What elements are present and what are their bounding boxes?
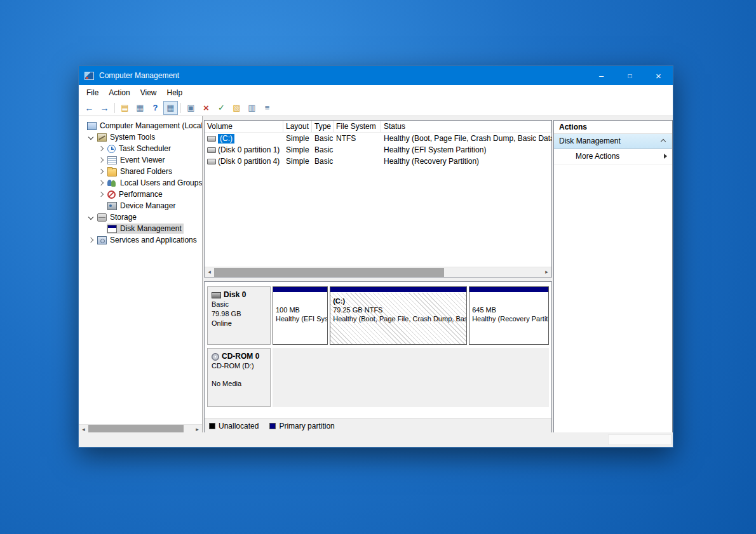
- show-console-tree-button[interactable]: ▦: [133, 101, 147, 115]
- column-header-volume[interactable]: Volume: [205, 121, 283, 132]
- services-icon: [97, 236, 107, 244]
- tree-item-event-viewer[interactable]: Event Viewer: [79, 154, 202, 166]
- scroll-left-icon[interactable]: ◂: [205, 267, 214, 277]
- console-tree-icon: ▦: [136, 103, 144, 112]
- chevron-right-icon[interactable]: [97, 156, 107, 164]
- actions-pane: Actions Disk Management More Actions: [553, 120, 673, 434]
- chevron-up-icon[interactable]: [659, 137, 667, 145]
- chevron-down-icon[interactable]: [86, 213, 97, 222]
- tree-item-device-manager[interactable]: Device Manager: [79, 200, 202, 211]
- volume-list-hscrollbar[interactable]: ◂ ▸: [205, 267, 551, 277]
- show-hide-pane-icon: ▦: [166, 103, 174, 112]
- close-button[interactable]: ×: [644, 66, 673, 85]
- window-title: Computer Management: [99, 71, 179, 80]
- volume-row-partition4[interactable]: (Disk 0 partition 4) Simple Basic Health…: [205, 156, 551, 167]
- tree-item-label: Performance: [119, 190, 163, 199]
- tree-item-label: System Tools: [110, 133, 155, 142]
- column-header-file-system[interactable]: File System: [334, 121, 381, 132]
- find-icon: ▥: [248, 103, 255, 112]
- list-view-button[interactable]: ≡: [260, 101, 274, 115]
- refresh-button[interactable]: ▣: [184, 101, 198, 115]
- forward-icon: →: [100, 103, 109, 113]
- tree-item-storage[interactable]: Storage: [79, 211, 202, 223]
- tree-item-shared-folders[interactable]: Shared Folders: [79, 166, 202, 177]
- menu-help[interactable]: Help: [162, 86, 188, 99]
- tree-item-disk-management[interactable]: Disk Management: [79, 223, 202, 234]
- scroll-right-icon[interactable]: ▸: [542, 267, 551, 277]
- more-actions-item[interactable]: More Actions: [554, 149, 672, 164]
- primary-partition-strip: [273, 287, 327, 293]
- tree-item-label: Services and Applications: [110, 236, 197, 244]
- properties-button[interactable]: ✓: [214, 101, 229, 115]
- toolbar-separator: [114, 103, 115, 113]
- volume-icon: [207, 136, 216, 142]
- toolbar: ← → ▤ ▦ ? ▦ ▣ × ✓ ▧ ▥ ≡: [79, 100, 673, 116]
- chevron-down-icon[interactable]: [86, 133, 97, 142]
- open-folder-button[interactable]: ▧: [229, 101, 244, 115]
- column-header-type[interactable]: Type: [312, 121, 334, 132]
- list-view-icon: ≡: [265, 103, 270, 112]
- scrollbar-thumb[interactable]: [214, 268, 444, 277]
- shared-folders-icon: [107, 168, 117, 177]
- forward-button[interactable]: →: [97, 101, 112, 115]
- cell-layout: Simple: [283, 157, 312, 166]
- tree-item-performance[interactable]: Performance: [79, 189, 202, 200]
- disk-type: Basic: [212, 300, 266, 309]
- cell-type: Basic: [312, 134, 334, 143]
- partition-label: (C:): [333, 297, 464, 305]
- volume-icon: [207, 159, 216, 164]
- back-button[interactable]: ←: [82, 101, 97, 115]
- actions-group-disk-management[interactable]: Disk Management: [554, 134, 672, 149]
- chevron-right-icon[interactable]: [86, 236, 97, 244]
- tree-item-system-tools[interactable]: System Tools: [79, 131, 202, 143]
- tree-item-label: Storage: [110, 213, 137, 222]
- export-list-button[interactable]: ▤: [118, 101, 132, 115]
- partition-recovery[interactable]: 645 MB Healthy (Recovery Partition): [469, 286, 549, 345]
- volume-row-c[interactable]: (C:) Simple Basic NTFS Healthy (Boot, Pa…: [205, 133, 551, 144]
- menu-file[interactable]: File: [81, 86, 104, 99]
- chevron-right-icon[interactable]: [97, 167, 107, 176]
- window-controls: – □ ×: [587, 66, 673, 85]
- find-button[interactable]: ▥: [245, 101, 259, 115]
- open-folder-icon: ▧: [233, 103, 240, 112]
- menu-action[interactable]: Action: [104, 86, 135, 99]
- maximize-button[interactable]: □: [616, 66, 644, 85]
- back-icon: ←: [85, 103, 94, 113]
- more-actions-label: More Actions: [576, 152, 619, 161]
- help-button[interactable]: ?: [148, 101, 163, 115]
- volume-row-partition1[interactable]: (Disk 0 partition 1) Simple Basic Health…: [205, 144, 551, 156]
- tree-item-label: Computer Management (Local): [100, 121, 203, 130]
- disk-icon: [212, 292, 221, 298]
- partition-status: Healthy (EFI System Partition): [276, 314, 325, 323]
- menu-view[interactable]: View: [135, 86, 162, 99]
- actions-group-label: Disk Management: [559, 137, 621, 145]
- delete-button[interactable]: ×: [199, 101, 213, 115]
- actions-scroll-corner: [608, 434, 672, 445]
- unallocated-swatch: [209, 423, 215, 429]
- cell-file-system: NTFS: [334, 134, 381, 143]
- chevron-placeholder: [97, 224, 107, 233]
- cdrom-header[interactable]: CD-ROM 0 CD-ROM (D:) No Media: [207, 348, 271, 407]
- tree-item-local-users-groups[interactable]: Local Users and Groups: [79, 177, 202, 189]
- tree-item-computer-management[interactable]: Computer Management (Local): [79, 120, 202, 131]
- legend-bar: Unallocated Primary partition: [205, 418, 551, 433]
- chevron-right-icon[interactable]: [97, 190, 107, 199]
- legend-label-unallocated: Unallocated: [219, 422, 259, 431]
- tree-item-services-applications[interactable]: Services and Applications: [79, 234, 202, 246]
- cell-layout: Simple: [283, 134, 312, 143]
- column-header-status[interactable]: Status: [381, 121, 551, 132]
- show-hide-pane-button[interactable]: ▦: [163, 101, 178, 115]
- tree-item-task-scheduler[interactable]: Task Scheduler: [79, 143, 202, 154]
- volume-name: (Disk 0 partition 4): [218, 157, 280, 166]
- partition-c-selected[interactable]: (C:) 79.25 GB NTFS Healthy (Boot, Page F…: [330, 286, 467, 345]
- column-header-layout[interactable]: Layout: [283, 121, 312, 132]
- chevron-right-icon[interactable]: [97, 178, 107, 187]
- chevron-right-icon[interactable]: [97, 144, 107, 153]
- disk-name: Disk 0: [224, 290, 246, 300]
- tree-item-label: Task Scheduler: [119, 144, 171, 153]
- minimize-button[interactable]: –: [587, 66, 616, 85]
- titlebar[interactable]: Computer Management – □ ×: [79, 66, 673, 85]
- partition-status: Healthy (Boot, Page File, Crash Dump, Ba…: [333, 314, 464, 323]
- partition-efi[interactable]: 100 MB Healthy (EFI System Partition): [273, 286, 328, 345]
- disk0-header[interactable]: Disk 0 Basic 79.98 GB Online: [207, 286, 271, 345]
